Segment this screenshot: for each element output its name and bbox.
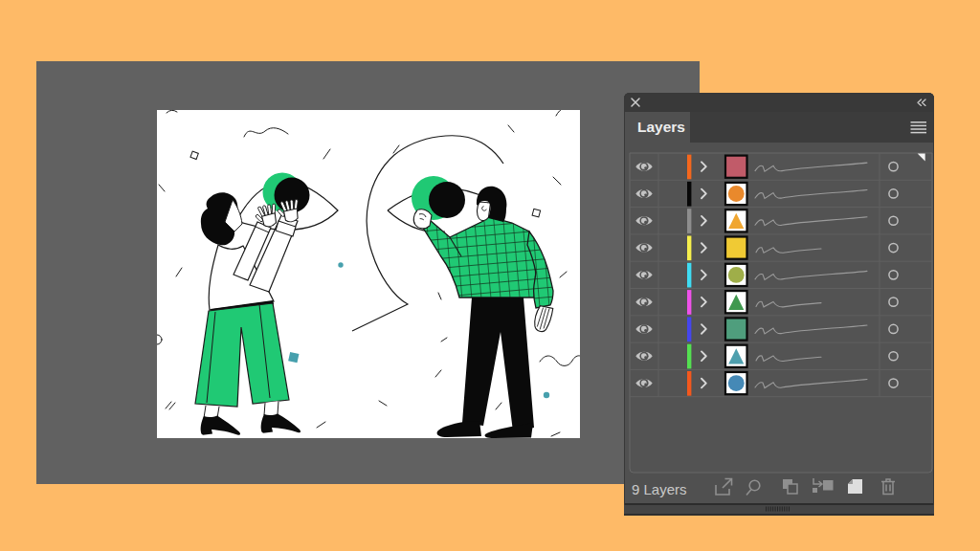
svg-text:9 Layers: 9 Layers bbox=[632, 481, 687, 497]
svg-text:Layers: Layers bbox=[637, 119, 685, 135]
